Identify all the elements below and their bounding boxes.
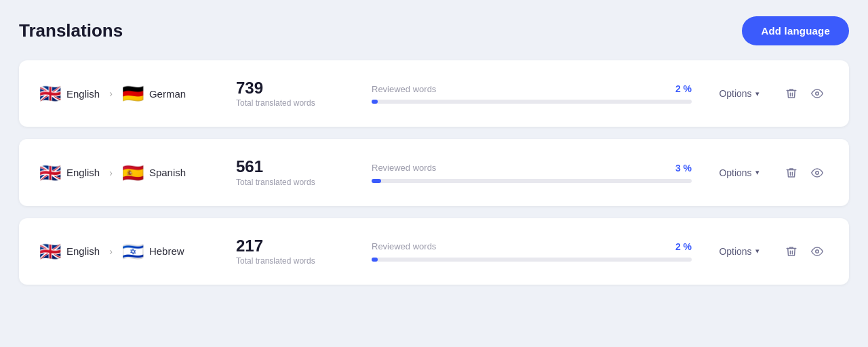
chevron-down-icon-english-german: ▾ bbox=[755, 89, 760, 98]
trash-icon-english-german bbox=[785, 87, 797, 100]
trash-icon-english-spanish bbox=[785, 167, 797, 179]
progress-section-english-hebrew: Reviewed words 2 % bbox=[372, 241, 692, 262]
word-count-section-english-hebrew: 217 Total translated words bbox=[236, 237, 358, 266]
arrow-icon-english-german: › bbox=[109, 88, 113, 99]
translation-card-english-spanish: 🇬🇧 English › 🇪🇸 Spanish 561 Total transl… bbox=[19, 139, 849, 205]
translation-card-english-hebrew: 🇬🇧 English › 🇮🇱 Hebrew 217 Total transla… bbox=[19, 218, 849, 285]
progress-section-english-german: Reviewed words 2 % bbox=[372, 83, 692, 104]
source-lang-english-hebrew: English bbox=[66, 245, 100, 257]
reviewed-pct-english-german: 2 % bbox=[675, 83, 692, 94]
translation-cards-list: 🇬🇧 English › 🇩🇪 German 739 Total transla… bbox=[19, 60, 849, 285]
progress-bar-bg-english-german bbox=[372, 100, 692, 104]
chevron-down-icon-english-spanish: ▾ bbox=[755, 168, 760, 177]
target-lang-english-spanish: Spanish bbox=[149, 167, 186, 178]
arrow-icon-english-spanish: › bbox=[109, 167, 113, 178]
progress-header-english-hebrew: Reviewed words 2 % bbox=[372, 241, 692, 252]
source-flag-english-german: 🇬🇧 bbox=[39, 85, 61, 102]
reviewed-pct-english-hebrew: 2 % bbox=[675, 241, 692, 252]
word-count-number-english-spanish: 561 bbox=[236, 158, 358, 176]
lang-pair-english-spanish: 🇬🇧 English › 🇪🇸 Spanish bbox=[39, 164, 229, 182]
options-button-english-spanish[interactable]: Options ▾ bbox=[705, 163, 773, 182]
view-button-english-hebrew[interactable] bbox=[806, 241, 829, 262]
lang-pair-english-hebrew: 🇬🇧 English › 🇮🇱 Hebrew bbox=[39, 243, 229, 260]
options-button-english-german[interactable]: Options ▾ bbox=[705, 84, 773, 103]
delete-button-english-hebrew[interactable] bbox=[780, 241, 803, 262]
view-button-english-german[interactable] bbox=[806, 83, 829, 104]
options-label-english-german: Options bbox=[719, 88, 751, 99]
view-button-english-spanish[interactable] bbox=[806, 163, 829, 183]
options-label-english-spanish: Options bbox=[719, 167, 751, 178]
word-count-label-english-spanish: Total translated words bbox=[236, 178, 358, 187]
svg-point-2 bbox=[816, 250, 819, 253]
progress-bar-fill-english-german bbox=[372, 100, 378, 104]
translations-page: Translations Add language 🇬🇧 English › 🇩… bbox=[0, 0, 868, 347]
target-flag-english-german: 🇩🇪 bbox=[122, 85, 144, 102]
word-count-label-english-hebrew: Total translated words bbox=[236, 256, 358, 266]
reviewed-label-english-german: Reviewed words bbox=[372, 84, 436, 94]
source-flag-english-hebrew: 🇬🇧 bbox=[39, 243, 61, 260]
add-language-button[interactable]: Add language bbox=[742, 16, 849, 45]
arrow-icon-english-hebrew: › bbox=[109, 246, 113, 257]
word-count-number-english-german: 739 bbox=[236, 79, 358, 97]
svg-point-0 bbox=[816, 92, 819, 96]
reviewed-label-english-hebrew: Reviewed words bbox=[372, 241, 436, 251]
options-label-english-hebrew: Options bbox=[719, 246, 751, 257]
word-count-section-english-german: 739 Total translated words bbox=[236, 79, 358, 108]
card-actions-english-hebrew bbox=[780, 241, 829, 262]
page-header: Translations Add language bbox=[19, 16, 849, 45]
eye-icon-english-german bbox=[811, 87, 823, 100]
delete-button-english-spanish[interactable] bbox=[780, 163, 803, 183]
word-count-number-english-hebrew: 217 bbox=[236, 237, 358, 255]
svg-point-1 bbox=[816, 171, 819, 174]
options-button-english-hebrew[interactable]: Options ▾ bbox=[705, 242, 773, 261]
target-flag-english-hebrew: 🇮🇱 bbox=[122, 243, 144, 260]
lang-pair-english-german: 🇬🇧 English › 🇩🇪 German bbox=[39, 85, 229, 102]
word-count-section-english-spanish: 561 Total translated words bbox=[236, 158, 358, 186]
chevron-down-icon-english-hebrew: ▾ bbox=[755, 247, 760, 256]
target-lang-english-hebrew: Hebrew bbox=[149, 245, 184, 257]
target-lang-english-german: German bbox=[149, 88, 186, 100]
trash-icon-english-hebrew bbox=[785, 245, 797, 258]
reviewed-label-english-spanish: Reviewed words bbox=[372, 163, 436, 173]
source-lang-english-german: English bbox=[66, 88, 100, 100]
card-actions-english-german bbox=[780, 83, 829, 104]
source-flag-english-spanish: 🇬🇧 bbox=[39, 164, 61, 182]
word-count-label-english-german: Total translated words bbox=[236, 98, 358, 108]
progress-header-english-german: Reviewed words 2 % bbox=[372, 83, 692, 94]
reviewed-pct-english-spanish: 3 % bbox=[675, 163, 692, 174]
card-actions-english-spanish bbox=[780, 163, 829, 183]
page-title: Translations bbox=[19, 20, 123, 41]
eye-icon-english-hebrew bbox=[811, 245, 823, 258]
progress-header-english-spanish: Reviewed words 3 % bbox=[372, 163, 692, 174]
delete-button-english-german[interactable] bbox=[780, 83, 803, 104]
progress-bar-fill-english-hebrew bbox=[372, 258, 378, 262]
progress-bar-fill-english-spanish bbox=[372, 179, 381, 183]
progress-section-english-spanish: Reviewed words 3 % bbox=[372, 163, 692, 183]
translation-card-english-german: 🇬🇧 English › 🇩🇪 German 739 Total transla… bbox=[19, 60, 849, 127]
progress-bar-bg-english-spanish bbox=[372, 179, 692, 183]
progress-bar-bg-english-hebrew bbox=[372, 258, 692, 262]
source-lang-english-spanish: English bbox=[66, 167, 100, 178]
target-flag-english-spanish: 🇪🇸 bbox=[122, 164, 144, 182]
eye-icon-english-spanish bbox=[811, 167, 823, 179]
